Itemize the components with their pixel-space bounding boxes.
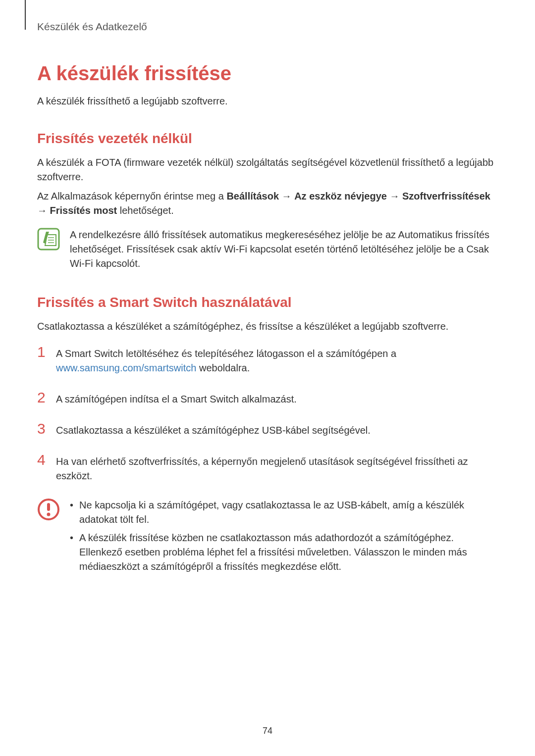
bullet-text: A készülék frissítése közben ne csatlako… (79, 531, 498, 574)
arrow: → (37, 205, 50, 216)
section1-para1: A készülék a FOTA (firmware vezeték nélk… (37, 155, 498, 184)
section1-para2: Az Alkalmazások képernyőn érintse meg a … (37, 189, 498, 218)
text: A Smart Switch letöltéséhez és telepítés… (56, 348, 396, 359)
bullet: • (70, 531, 73, 574)
warning-block: • Ne kapcsolja ki a számítógépet, vagy c… (37, 498, 498, 578)
warning-icon (37, 498, 60, 521)
step-content: A számítógépen indítsa el a Smart Switch… (56, 390, 297, 406)
note-icon (37, 228, 60, 251)
bold-text: Szoftverfrissítések (402, 191, 490, 202)
step-number: 4 (37, 453, 47, 483)
list-item: 2 A számítógépen indítsa el a Smart Swit… (37, 390, 498, 406)
subsection-title-wireless: Frissítés vezeték nélkül (37, 131, 498, 147)
list-item: 3 Csatlakoztassa a készüléket a számítóg… (37, 421, 498, 438)
bullet-item: • A készülék frissítése közben ne csatla… (70, 531, 498, 574)
page-content: Készülék és Adatkezelő A készülék frissí… (0, 0, 535, 578)
text: Az Alkalmazások képernyőn érintse meg a (37, 191, 226, 202)
step-content: A Smart Switch letöltéséhez és telepítés… (56, 345, 498, 375)
warning-content: • Ne kapcsolja ki a számítógépet, vagy c… (70, 498, 498, 578)
bullet-item: • Ne kapcsolja ki a számítógépet, vagy c… (70, 498, 498, 527)
bold-text: Automatikus frissítés (398, 229, 490, 240)
text: lehetőséget. (117, 205, 174, 216)
bullet-text: Ne kapcsolja ki a számítógépet, vagy csa… (79, 498, 498, 527)
bold-text: Beállítások (226, 191, 279, 202)
list-item: 4 Ha van elérhető szoftverfrissítés, a k… (37, 453, 498, 483)
step-number: 2 (37, 390, 47, 406)
arrow: → (279, 191, 294, 202)
page-left-margin-line (25, 0, 26, 30)
note-content: A rendelkezésre álló frissítések automat… (70, 228, 498, 271)
text: lehetőséget. Frissítések csak aktív Wi-F… (70, 244, 466, 254)
text: kapcsolót. (93, 258, 141, 269)
text: weboldalra. (196, 362, 250, 373)
arrow: → (387, 191, 402, 202)
numbered-list: 1 A Smart Switch letöltéséhez és telepít… (37, 345, 498, 483)
section2-para1: Csatlakoztassa a készüléket a számítógép… (37, 319, 498, 334)
svg-point-6 (47, 513, 51, 516)
subsection-title-smartswitch: Frissítés a Smart Switch használatával (37, 295, 498, 310)
bullet: • (70, 498, 73, 527)
svg-rect-5 (47, 503, 50, 511)
note-block: A rendelkezésre álló frissítések automat… (37, 228, 498, 271)
section-header: Készülék és Adatkezelő (37, 21, 498, 33)
intro-paragraph: A készülék frissíthető a legújabb szoftv… (37, 96, 498, 107)
step-number: 3 (37, 421, 47, 438)
bold-text: Frissítés most (50, 205, 117, 216)
step-content: Csatlakoztassa a készüléket a számítógép… (56, 421, 371, 438)
smartswitch-link[interactable]: www.samsung.com/smartswitch (56, 362, 196, 373)
bold-text: Az eszköz névjegye (294, 191, 387, 202)
main-title: A készülék frissítése (37, 62, 498, 85)
list-item: 1 A Smart Switch letöltéséhez és telepít… (37, 345, 498, 375)
step-number: 1 (37, 345, 47, 375)
page-number: 74 (263, 726, 272, 736)
text: A rendelkezésre álló frissítések automat… (70, 229, 398, 240)
step-content: Ha van elérhető szoftverfrissítés, a kép… (56, 453, 498, 483)
